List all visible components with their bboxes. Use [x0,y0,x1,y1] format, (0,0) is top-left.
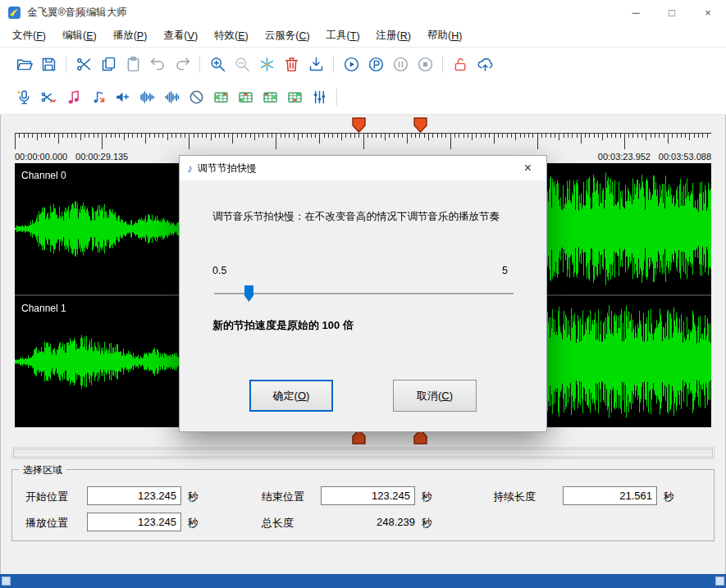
toolbar-separator [331,87,342,107]
undo-button[interactable] [145,52,170,77]
resize-grip[interactable] [715,577,724,586]
waveform-b-button[interactable] [159,84,184,110]
duration-input[interactable] [563,486,657,505]
record-button[interactable] [11,84,36,110]
note-pink-icon [65,89,82,106]
effect-grid-1-button[interactable] [208,84,233,110]
menu-item-file[interactable]: 文件(F) [4,25,54,47]
menu-item-play[interactable]: 播放(P) [105,25,156,47]
start-position-input[interactable] [87,486,181,505]
end-position-label: 结束位置 [262,490,304,504]
zoom-out-button[interactable] [230,52,254,77]
pause-circle-icon [392,56,409,73]
save-button[interactable] [36,52,61,77]
paste-button[interactable] [121,52,145,77]
grid-1-icon [212,89,230,106]
tempo-result-text: 新的节拍速度是原始的 100 倍 [212,318,354,333]
redo-icon [174,56,191,73]
channel-label: Channel 1 [21,303,66,314]
menu-item-effects[interactable]: 特效(E) [206,25,257,47]
cloud-upload-button[interactable] [473,52,497,77]
tempo-slider[interactable] [214,285,514,302]
selection-marker-icon [352,117,366,133]
play-p-circle-icon [368,56,385,73]
menu-item-register[interactable]: 注册(R) [368,25,419,47]
unit-label: 秒 [422,490,432,504]
duration-label: 持续长度 [493,490,536,504]
wave-cut-icon [40,89,57,106]
open-button[interactable] [11,52,36,77]
stop-button[interactable] [413,52,437,77]
unlock-button[interactable] [448,52,473,77]
play-button[interactable] [339,52,363,77]
toolbar-separator [328,54,339,75]
volume-boost-button[interactable] [110,84,135,110]
ruler-time-label: 00:00:00.000 [15,152,67,162]
total-length-label: 总长度 [262,516,294,531]
scissors-icon [75,56,93,73]
undo-icon [149,56,167,73]
ruler-time-label: 00:03:23.952 [598,152,651,162]
grid-4-icon [286,89,304,106]
grid-2-icon [237,89,254,106]
end-position-input[interactable] [321,486,415,505]
play-position-label: 播放位置 [25,516,68,531]
download-tray-icon [308,56,325,73]
slider-thumb[interactable] [244,285,253,302]
effect-grid-2-button[interactable] [233,84,258,110]
cut-button[interactable] [71,52,96,77]
special-effect-button[interactable] [254,52,279,77]
dialog-titlebar[interactable]: ♪ 调节节拍快慢 × [180,156,546,180]
unit-label: 秒 [188,516,199,531]
slider-min-label: 0.5 [212,265,226,276]
pause-button[interactable] [388,52,413,77]
equalizer-button[interactable] [307,84,331,110]
sparkle-icon [258,56,276,73]
maximize-button[interactable]: □ [654,0,690,25]
menu-item-view[interactable]: 查看(V) [155,25,206,47]
horizontal-scrollbar[interactable] [11,447,715,459]
menu-item-cloud[interactable]: 云服务(C) [257,25,318,47]
minimize-button[interactable]: ─ [618,0,654,25]
status-grip-left [2,577,11,586]
toolbar-separator [61,54,71,75]
app-window: { "window": { "title": "金飞翼®音频编辑大师", "co… [0,0,726,588]
slider-track[interactable] [214,293,514,294]
toolbar-separator [437,54,448,75]
ok-button[interactable]: 确定(O) [249,380,333,412]
menu-item-edit[interactable]: 编辑(E) [54,25,105,47]
selection-area-group: 选择区域 开始位置秒结束位置秒持续长度秒播放位置秒总长度248.239秒 [11,469,715,541]
delete-button[interactable] [279,52,304,77]
scrollbar-thumb[interactable] [13,449,713,458]
insert-audio-button[interactable] [85,84,110,110]
audio-cut-button[interactable] [36,84,61,110]
waveform-a-button[interactable] [135,84,159,110]
disable-effect-button[interactable] [184,84,208,110]
no-symbol-icon [188,89,205,106]
copy-button[interactable] [96,52,121,77]
melody-button[interactable] [61,84,85,110]
menu-item-help[interactable]: 帮助(H) [419,25,470,47]
import-button[interactable] [304,52,328,77]
effect-grid-3-button[interactable] [258,84,282,110]
selection-marker-top-2[interactable] [413,117,427,133]
play-selection-button[interactable] [363,52,388,77]
title-bar[interactable]: 金飞翼®音频编辑大师 ─ □ × [0,0,726,25]
play-position-input[interactable] [87,513,181,531]
timeline-ruler[interactable] [15,133,711,151]
zoom-in-button[interactable] [205,52,230,77]
dialog-close-button[interactable]: × [509,156,546,180]
menu-item-tools[interactable]: 工具(T) [318,25,368,47]
copy-icon [100,56,117,73]
selection-marker-top-1[interactable] [352,117,366,133]
close-button[interactable]: × [690,0,726,25]
main-toolbar [0,48,726,80]
cancel-button[interactable]: 取消(C) [393,380,477,412]
dialog-title: 调节节拍快慢 [198,162,257,175]
unit-label: 秒 [188,490,199,504]
effect-grid-4-button[interactable] [282,84,307,110]
toolbar-separator [194,54,205,75]
redo-button[interactable] [170,52,194,77]
start-position-label: 开始位置 [25,490,68,504]
unit-label: 秒 [422,516,432,531]
